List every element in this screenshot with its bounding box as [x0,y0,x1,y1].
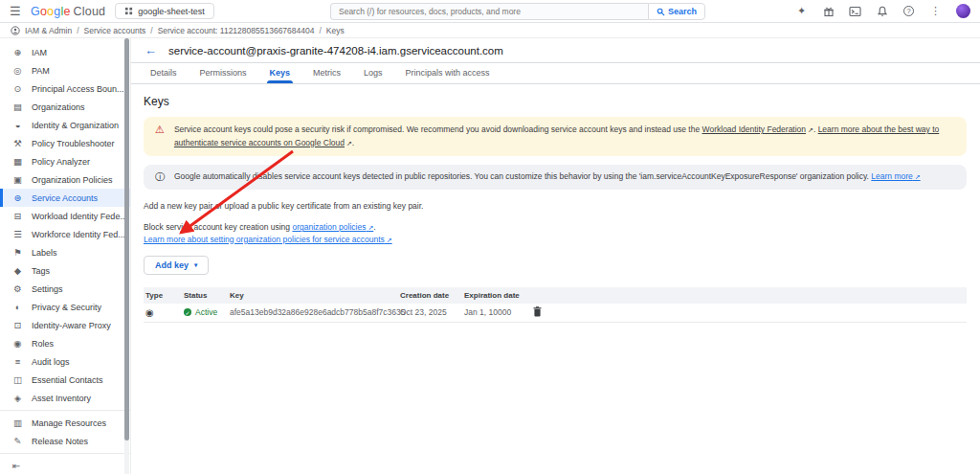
table-header-row: Type Status Key Creation date Expiration… [144,287,967,304]
security-warning-banner: ⚠ Service account keys could pose a secu… [144,117,967,156]
workload-identity-icon: ⊟ [12,211,23,221]
organization-policies-link[interactable]: organization policies [292,222,366,232]
sidebar-divider [0,453,130,454]
sidebar-item-essential-contacts[interactable]: ◫Essential Contacts [0,371,130,389]
tab-logs[interactable]: Logs [352,63,394,83]
breadcrumb-keys: Keys [326,26,345,35]
more-vert-icon[interactable]: ⋮ [929,5,942,17]
sidebar-item-iam[interactable]: ⊕IAM [0,43,130,61]
label-icon: ⚑ [12,247,23,258]
hamburger-menu-icon[interactable]: ☰ [10,4,31,18]
delete-key-icon[interactable] [533,306,542,319]
tab-keys[interactable]: Keys [258,63,302,83]
external-link-icon: ↗ [913,173,921,180]
sidebar-scrollbar-track[interactable] [124,38,129,474]
sidebar-item-policy-analyzer[interactable]: ▦Policy Analyzer [0,152,130,170]
info-icon: ⓘ [155,169,165,185]
release-notes-icon: ✎ [12,436,23,446]
keys-table: Type Status Key Creation date Expiration… [144,287,967,323]
project-icon [124,7,133,15]
sidebar-item-audit-logs[interactable]: ≡Audit logs [0,352,130,371]
sidebar-item-manage-resources[interactable]: ▥Manage Resources [0,414,130,432]
iam-admin-icon [11,26,20,35]
service-accounts-icon: ⊛ [12,192,23,203]
iam-admin-sidebar: ⊕IAM ◎PAM ⊙Principal Access Boun... ▤Org… [0,38,131,474]
check-icon: ✓ [184,308,191,316]
tag-icon: ◆ [12,265,23,276]
sidebar-item-workload-identity-federation[interactable]: ⊟Workload Identity Fede... [0,207,130,225]
sidebar-item-asset-inventory[interactable]: ◈Asset Inventory [0,389,130,407]
sidebar-item-principal-access-boundaries[interactable]: ⊙Principal Access Boun... [0,79,130,98]
add-key-intro-text: Add a new key pair or upload a public ke… [144,201,967,211]
sidebar-item-workforce-identity-federation[interactable]: ☰Workforce Identity Fed... [0,225,130,243]
key-type-icon: ◉ [145,307,154,318]
top-app-bar: ☰ GoogleCloud google-sheet-test Search ✦… [0,0,980,23]
column-header-status: Status [182,287,228,304]
status-badge: ✓Active [184,307,228,317]
sidebar-item-organization-policies[interactable]: ▣Organization Policies [0,170,130,189]
sidebar-divider [0,410,130,411]
cloud-shell-icon[interactable] [849,5,861,17]
back-arrow-icon[interactable]: ← [145,43,157,57]
column-header-creation-date: Creation date [398,287,462,304]
workload-identity-federation-link[interactable]: Workload Identity Federation [702,124,807,134]
audit-logs-icon: ≡ [12,356,23,367]
roles-icon: ◉ [12,338,23,349]
collapse-sidebar-icon[interactable]: ⇤ [0,457,130,474]
sidebar-scrollbar-thumb[interactable] [124,38,129,440]
notifications-bell-icon[interactable] [876,5,888,17]
tab-permissions[interactable]: Permissions [189,63,258,83]
sidebar-item-settings[interactable]: ⚙Settings [0,280,130,298]
sidebar-item-organizations[interactable]: ▤Organizations [0,98,130,116]
asset-inventory-icon: ◈ [12,393,23,403]
search-input[interactable] [330,3,648,20]
tab-details[interactable]: Details [139,63,189,83]
topbar-actions: ✦ ? ⋮ [795,4,970,18]
external-link-icon: ↗ [345,140,352,147]
sidebar-item-pam[interactable]: ◎PAM [0,61,130,79]
breadcrumb-service-accounts[interactable]: Service accounts [84,26,146,35]
learn-org-policies-link[interactable]: Learn more about setting organization po… [144,235,385,244]
block-key-creation-text: Block service account key creation using… [144,221,967,233]
key-exposure-info-banner: ⓘ Google automatically disables service … [144,165,967,190]
creation-date: Oct 23, 2025 [400,307,447,317]
manage-resources-icon: ▥ [12,418,23,428]
sidebar-item-identity-aware-proxy[interactable]: ⊡Identity-Aware Proxy [0,316,130,334]
sidebar-item-roles[interactable]: ◉Roles [0,334,130,352]
help-icon[interactable]: ? [902,5,915,17]
column-header-key: Key [228,287,398,304]
search-button[interactable]: Search [648,3,705,20]
sidebar-item-identity-organization[interactable]: ◒Identity & Organization [0,116,130,134]
sidebar-item-release-notes[interactable]: ✎Release Notes [0,432,130,450]
sidebar-item-labels[interactable]: ⚑Labels [0,243,130,261]
search-icon [657,8,665,16]
expiration-date: Jan 1, 10000 [464,307,511,317]
breadcrumb-iam-admin[interactable]: IAM & Admin [25,26,72,35]
add-key-button[interactable]: Add key ▾ [144,256,209,275]
sidebar-item-tags[interactable]: ◆Tags [0,261,130,280]
tab-metrics[interactable]: Metrics [301,63,352,83]
main-content: ← service-account@praxis-granite-474208-… [131,38,980,474]
global-search: Search [330,3,705,20]
external-link-icon: ↗ [385,237,392,243]
tab-principals-with-access[interactable]: Principals with access [394,63,501,83]
project-selector[interactable]: google-sheet-test [115,3,214,19]
sidebar-item-policy-troubleshooter[interactable]: ⚒Policy Troubleshooter [0,134,130,152]
policy-analyzer-icon: ▦ [12,156,23,167]
identity-organization-icon: ◒ [12,120,23,130]
column-header-type: Type [144,287,182,304]
column-header-expiration-date: Expiration date [462,287,531,304]
breadcrumb-service-account-id[interactable]: Service account: 112128085513667684404 [158,26,315,35]
sidebar-item-service-accounts[interactable]: ⊛Service Accounts [0,189,130,207]
contacts-icon: ◫ [12,374,23,385]
learn-more-link[interactable]: Learn more [871,171,912,181]
section-heading-keys: Keys [144,95,967,108]
principal-access-boundary-icon: ⊙ [12,83,23,94]
gift-icon[interactable] [822,5,835,17]
organizations-icon: ▤ [12,102,23,112]
account-avatar[interactable] [956,4,970,18]
wrench-icon: ⚒ [12,138,23,148]
sidebar-item-privacy-security[interactable]: ◐Privacy & Security [0,298,130,316]
page-title: service-account@praxis-granite-474208-i4… [168,45,503,56]
gemini-sparkle-icon[interactable]: ✦ [795,5,808,17]
